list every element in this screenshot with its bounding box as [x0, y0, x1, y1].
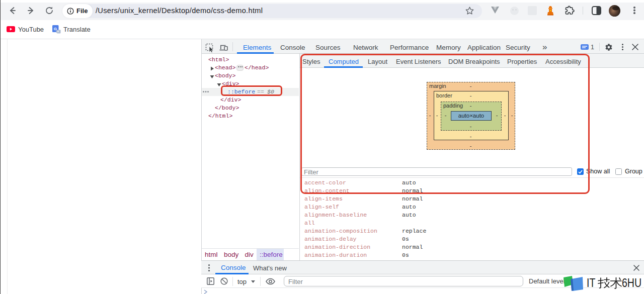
- svg-text:G: G: [54, 27, 57, 31]
